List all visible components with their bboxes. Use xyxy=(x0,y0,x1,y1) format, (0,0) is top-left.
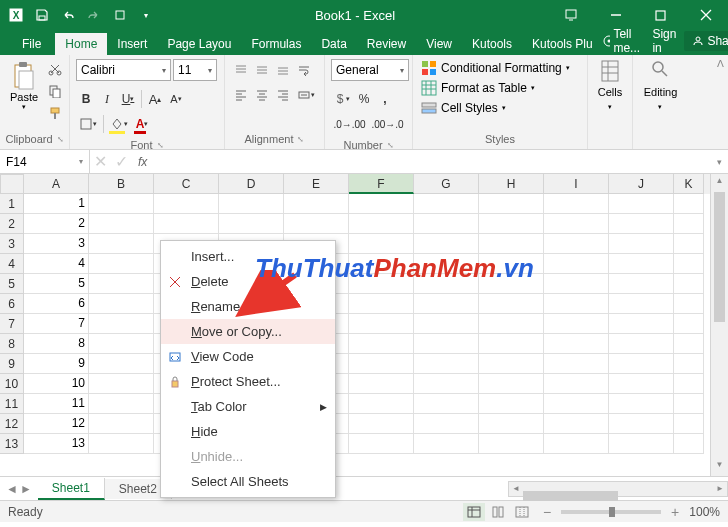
cell[interactable] xyxy=(414,194,479,214)
cell[interactable] xyxy=(89,294,154,314)
cell[interactable] xyxy=(479,294,544,314)
menu-tab-color[interactable]: Tab Color▶ xyxy=(161,394,335,419)
align-bottom-icon[interactable] xyxy=(273,59,293,81)
sign-in[interactable]: Sign in xyxy=(652,27,676,55)
cell[interactable] xyxy=(609,334,674,354)
cell[interactable] xyxy=(479,394,544,414)
tab-review[interactable]: Review xyxy=(357,33,416,55)
format-as-table-button[interactable]: Format as Table▾ xyxy=(419,79,572,97)
cell[interactable] xyxy=(89,434,154,454)
vertical-scrollbar[interactable]: ▲ ▼ xyxy=(710,174,728,476)
zoom-level[interactable]: 100% xyxy=(689,505,720,519)
cell[interactable] xyxy=(219,194,284,214)
cell[interactable]: 6 xyxy=(24,294,89,314)
paste-button[interactable]: Paste▾ xyxy=(6,59,42,113)
cell[interactable] xyxy=(479,314,544,334)
font-size-combo[interactable]: 11▾ xyxy=(173,59,217,81)
cell[interactable] xyxy=(349,374,414,394)
cell[interactable] xyxy=(414,214,479,234)
save-icon[interactable] xyxy=(30,3,54,27)
cell[interactable] xyxy=(349,354,414,374)
cell[interactable] xyxy=(479,274,544,294)
expand-formula-icon[interactable]: ▾ xyxy=(711,157,728,167)
font-name-combo[interactable]: Calibri▾ xyxy=(76,59,171,81)
align-center-icon[interactable] xyxy=(252,84,272,106)
col-header-D[interactable]: D xyxy=(219,174,284,194)
cell[interactable] xyxy=(219,214,284,234)
qat-customize-icon[interactable]: ▾ xyxy=(134,3,158,27)
cell[interactable] xyxy=(89,254,154,274)
cell[interactable] xyxy=(544,374,609,394)
sheet-nav-prev-icon[interactable]: ◄ xyxy=(6,482,18,496)
cell[interactable] xyxy=(609,234,674,254)
tab-pagelayout[interactable]: Page Layou xyxy=(157,33,241,55)
tab-view[interactable]: View xyxy=(416,33,462,55)
horizontal-scrollbar[interactable]: ◄ ► xyxy=(508,481,728,497)
menu-protect-sheet[interactable]: Protect Sheet... xyxy=(161,369,335,394)
cell[interactable] xyxy=(349,434,414,454)
cell[interactable] xyxy=(284,214,349,234)
row-header-7[interactable]: 7 xyxy=(0,314,24,334)
tab-file[interactable]: File xyxy=(8,33,55,55)
row-header-13[interactable]: 13 xyxy=(0,434,24,454)
borders-button[interactable]: ▾ xyxy=(76,113,100,135)
cell[interactable] xyxy=(414,254,479,274)
cell[interactable] xyxy=(609,374,674,394)
cell[interactable] xyxy=(544,434,609,454)
cell[interactable]: 4 xyxy=(24,254,89,274)
cell[interactable] xyxy=(674,314,704,334)
tab-kutools[interactable]: Kutools xyxy=(462,33,522,55)
cell[interactable] xyxy=(349,254,414,274)
cell[interactable] xyxy=(479,434,544,454)
cell[interactable] xyxy=(414,314,479,334)
cell[interactable] xyxy=(544,194,609,214)
decrease-decimal-icon[interactable]: .00→.0 xyxy=(369,113,406,135)
close-icon[interactable] xyxy=(683,0,728,30)
comma-format-icon[interactable]: , xyxy=(375,88,395,110)
cell[interactable]: 7 xyxy=(24,314,89,334)
cell[interactable] xyxy=(544,294,609,314)
cell[interactable] xyxy=(154,194,219,214)
cell[interactable] xyxy=(349,414,414,434)
cell[interactable] xyxy=(479,334,544,354)
font-launcher-icon[interactable]: ⤡ xyxy=(157,141,164,150)
cell[interactable] xyxy=(674,194,704,214)
cell[interactable] xyxy=(349,294,414,314)
tab-kutoolsplus[interactable]: Kutools Plu xyxy=(522,33,603,55)
cell[interactable] xyxy=(89,314,154,334)
cell[interactable] xyxy=(609,354,674,374)
menu-rename[interactable]: Rename xyxy=(161,294,335,319)
cell[interactable] xyxy=(674,294,704,314)
fx-label[interactable]: fx xyxy=(132,155,153,169)
cell[interactable]: 9 xyxy=(24,354,89,374)
format-painter-icon[interactable] xyxy=(45,103,65,123)
align-left-icon[interactable] xyxy=(231,84,251,106)
cell[interactable]: 10 xyxy=(24,374,89,394)
menu-delete[interactable]: Delete xyxy=(161,269,335,294)
undo-icon[interactable] xyxy=(56,3,80,27)
col-header-F[interactable]: F xyxy=(349,174,414,194)
cell[interactable] xyxy=(544,354,609,374)
increase-font-icon[interactable]: A▴ xyxy=(145,88,165,110)
enter-formula-icon[interactable]: ✓ xyxy=(115,152,128,171)
col-header-G[interactable]: G xyxy=(414,174,479,194)
cell[interactable] xyxy=(414,274,479,294)
ribbon-options-icon[interactable] xyxy=(548,0,593,30)
menu-view-code[interactable]: View Code xyxy=(161,344,335,369)
cell[interactable] xyxy=(154,214,219,234)
cell[interactable] xyxy=(89,274,154,294)
cell[interactable] xyxy=(609,434,674,454)
tab-home[interactable]: Home xyxy=(55,33,107,55)
percent-format-icon[interactable]: % xyxy=(354,88,374,110)
cell[interactable]: 12 xyxy=(24,414,89,434)
cell[interactable] xyxy=(544,414,609,434)
cell[interactable] xyxy=(284,194,349,214)
cell[interactable] xyxy=(89,374,154,394)
menu-move-or-copy[interactable]: Move or Copy... xyxy=(161,319,335,344)
cell[interactable] xyxy=(349,274,414,294)
row-header-3[interactable]: 3 xyxy=(0,234,24,254)
cut-icon[interactable] xyxy=(45,59,65,79)
minimize-icon[interactable] xyxy=(593,0,638,30)
cell-styles-button[interactable]: Cell Styles▾ xyxy=(419,99,572,117)
col-header-K[interactable]: K xyxy=(674,174,704,194)
